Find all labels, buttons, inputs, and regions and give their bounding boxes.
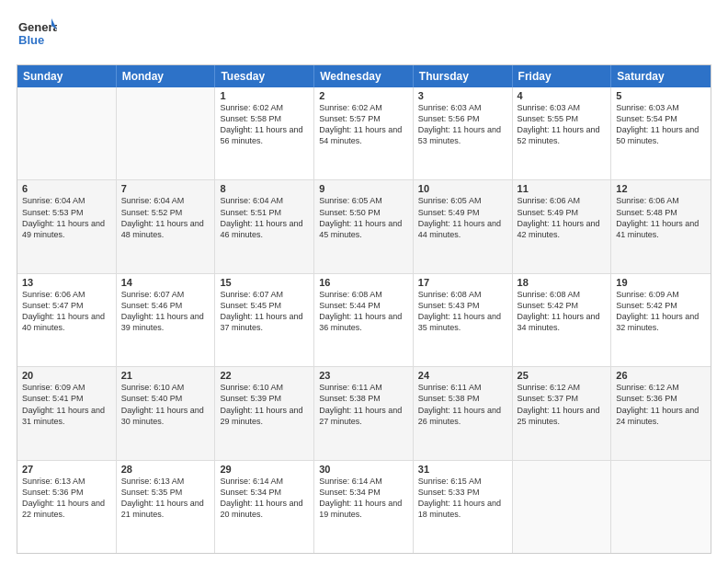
day-number: 20 [22,370,111,381]
day-number: 12 [616,183,706,194]
cell-info: Sunrise: 6:11 AM Sunset: 5:38 PM Dayligh… [418,382,507,427]
cell-info: Sunrise: 6:10 AM Sunset: 5:39 PM Dayligh… [220,382,309,427]
day-number: 6 [22,183,111,194]
cell-info: Sunrise: 6:03 AM Sunset: 5:56 PM Dayligh… [418,102,507,147]
cell-info: Sunrise: 6:07 AM Sunset: 5:45 PM Dayligh… [220,289,309,334]
day-number: 10 [418,183,507,194]
day-number: 27 [22,464,111,475]
day-number: 8 [220,183,309,194]
calendar-row: 13Sunrise: 6:06 AM Sunset: 5:47 PM Dayli… [17,274,711,367]
day-number: 31 [418,464,507,475]
day-number: 14 [121,277,210,288]
calendar-cell: 21Sunrise: 6:10 AM Sunset: 5:40 PM Dayli… [117,367,216,459]
calendar-cell: 27Sunrise: 6:13 AM Sunset: 5:36 PM Dayli… [17,461,117,553]
calendar-cell: 26Sunrise: 6:12 AM Sunset: 5:36 PM Dayli… [611,367,711,459]
cell-info: Sunrise: 6:08 AM Sunset: 5:43 PM Dayligh… [418,289,507,334]
cell-info: Sunrise: 6:06 AM Sunset: 5:48 PM Dayligh… [616,195,706,240]
header: General Blue [17,17,711,57]
day-number: 30 [319,464,408,475]
day-number: 19 [616,277,706,288]
calendar-cell: 20Sunrise: 6:09 AM Sunset: 5:41 PM Dayli… [17,367,117,459]
cell-info: Sunrise: 6:10 AM Sunset: 5:40 PM Dayligh… [121,382,210,427]
calendar-cell: 31Sunrise: 6:15 AM Sunset: 5:33 PM Dayli… [414,461,513,553]
day-number: 16 [319,277,408,288]
day-number: 28 [121,464,210,475]
cell-info: Sunrise: 6:09 AM Sunset: 5:41 PM Dayligh… [22,382,111,427]
day-number: 23 [319,370,408,381]
cell-info: Sunrise: 6:03 AM Sunset: 5:55 PM Dayligh… [518,102,607,147]
calendar-cell: 6Sunrise: 6:04 AM Sunset: 5:53 PM Daylig… [17,180,117,272]
calendar-cell: 3Sunrise: 6:03 AM Sunset: 5:56 PM Daylig… [414,87,513,179]
weekday-header: Thursday [414,65,513,87]
calendar-cell: 24Sunrise: 6:11 AM Sunset: 5:38 PM Dayli… [414,367,513,459]
calendar-row: 1Sunrise: 6:02 AM Sunset: 5:58 PM Daylig… [17,87,711,180]
cell-info: Sunrise: 6:05 AM Sunset: 5:49 PM Dayligh… [418,195,507,240]
calendar-cell: 18Sunrise: 6:08 AM Sunset: 5:42 PM Dayli… [513,274,612,366]
calendar-cell: 9Sunrise: 6:05 AM Sunset: 5:50 PM Daylig… [314,180,414,272]
cell-info: Sunrise: 6:02 AM Sunset: 5:58 PM Dayligh… [220,102,309,147]
calendar-cell: 28Sunrise: 6:13 AM Sunset: 5:35 PM Dayli… [117,461,216,553]
day-number: 3 [418,90,507,101]
cell-info: Sunrise: 6:13 AM Sunset: 5:36 PM Dayligh… [22,476,111,521]
cell-info: Sunrise: 6:12 AM Sunset: 5:37 PM Dayligh… [518,382,607,427]
cell-info: Sunrise: 6:06 AM Sunset: 5:49 PM Dayligh… [518,195,607,240]
calendar-body: 1Sunrise: 6:02 AM Sunset: 5:58 PM Daylig… [17,87,711,553]
weekday-header: Wednesday [314,65,414,87]
weekday-header: Friday [513,65,612,87]
calendar-cell [117,87,216,179]
calendar: SundayMondayTuesdayWednesdayThursdayFrid… [17,64,711,554]
day-number: 4 [518,90,607,101]
day-number: 29 [220,464,309,475]
calendar-header: SundayMondayTuesdayWednesdayThursdayFrid… [17,65,711,87]
calendar-cell: 10Sunrise: 6:05 AM Sunset: 5:49 PM Dayli… [414,180,513,272]
day-number: 26 [616,370,706,381]
calendar-cell: 15Sunrise: 6:07 AM Sunset: 5:45 PM Dayli… [215,274,314,366]
calendar-cell: 13Sunrise: 6:06 AM Sunset: 5:47 PM Dayli… [17,274,117,366]
day-number: 21 [121,370,210,381]
logo: General Blue [17,17,57,57]
calendar-cell: 19Sunrise: 6:09 AM Sunset: 5:42 PM Dayli… [611,274,711,366]
cell-info: Sunrise: 6:14 AM Sunset: 5:34 PM Dayligh… [319,476,408,521]
calendar-cell: 14Sunrise: 6:07 AM Sunset: 5:46 PM Dayli… [117,274,216,366]
calendar-cell: 4Sunrise: 6:03 AM Sunset: 5:55 PM Daylig… [513,87,612,179]
day-number: 11 [518,183,607,194]
calendar-cell: 5Sunrise: 6:03 AM Sunset: 5:54 PM Daylig… [611,87,711,179]
logo-svg: General Blue [17,17,57,57]
cell-info: Sunrise: 6:05 AM Sunset: 5:50 PM Dayligh… [319,195,408,240]
day-number: 15 [220,277,309,288]
calendar-cell: 25Sunrise: 6:12 AM Sunset: 5:37 PM Dayli… [513,367,612,459]
cell-info: Sunrise: 6:14 AM Sunset: 5:34 PM Dayligh… [220,476,309,521]
calendar-cell [17,87,117,179]
cell-info: Sunrise: 6:08 AM Sunset: 5:42 PM Dayligh… [518,289,607,334]
cell-info: Sunrise: 6:15 AM Sunset: 5:33 PM Dayligh… [418,476,507,521]
weekday-header: Tuesday [215,65,314,87]
svg-text:General: General [18,20,57,34]
calendar-cell: 17Sunrise: 6:08 AM Sunset: 5:43 PM Dayli… [414,274,513,366]
calendar-cell: 11Sunrise: 6:06 AM Sunset: 5:49 PM Dayli… [513,180,612,272]
cell-info: Sunrise: 6:04 AM Sunset: 5:52 PM Dayligh… [121,195,210,240]
cell-info: Sunrise: 6:11 AM Sunset: 5:38 PM Dayligh… [319,382,408,427]
calendar-page: General Blue SundayMondayTuesdayWednesda… [0,0,728,563]
calendar-row: 20Sunrise: 6:09 AM Sunset: 5:41 PM Dayli… [17,367,711,460]
calendar-cell: 22Sunrise: 6:10 AM Sunset: 5:39 PM Dayli… [215,367,314,459]
day-number: 5 [616,90,706,101]
day-number: 9 [319,183,408,194]
calendar-cell: 12Sunrise: 6:06 AM Sunset: 5:48 PM Dayli… [611,180,711,272]
calendar-cell: 23Sunrise: 6:11 AM Sunset: 5:38 PM Dayli… [314,367,414,459]
svg-text:Blue: Blue [18,33,44,47]
cell-info: Sunrise: 6:04 AM Sunset: 5:51 PM Dayligh… [220,195,309,240]
weekday-header: Saturday [611,65,711,87]
cell-info: Sunrise: 6:04 AM Sunset: 5:53 PM Dayligh… [22,195,111,240]
calendar-cell [611,461,711,553]
cell-info: Sunrise: 6:09 AM Sunset: 5:42 PM Dayligh… [616,289,706,334]
day-number: 24 [418,370,507,381]
calendar-row: 6Sunrise: 6:04 AM Sunset: 5:53 PM Daylig… [17,180,711,273]
calendar-cell: 30Sunrise: 6:14 AM Sunset: 5:34 PM Dayli… [314,461,414,553]
calendar-cell: 8Sunrise: 6:04 AM Sunset: 5:51 PM Daylig… [215,180,314,272]
day-number: 2 [319,90,408,101]
calendar-cell: 2Sunrise: 6:02 AM Sunset: 5:57 PM Daylig… [314,87,414,179]
day-number: 7 [121,183,210,194]
calendar-cell [513,461,612,553]
cell-info: Sunrise: 6:06 AM Sunset: 5:47 PM Dayligh… [22,289,111,334]
day-number: 1 [220,90,309,101]
